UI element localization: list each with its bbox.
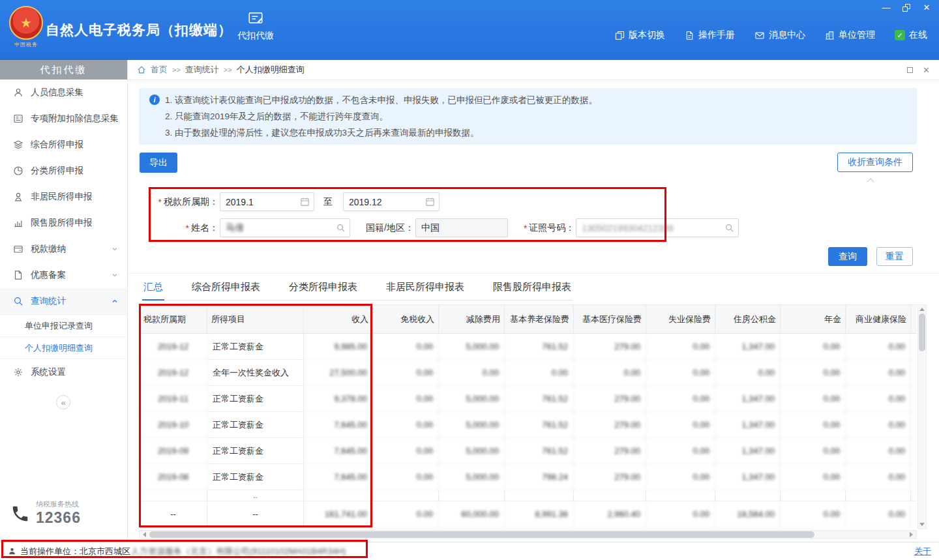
table-cell: 正常工资薪金 [207,386,304,412]
id-label: 证照号码： [524,222,574,234]
table-cell: 1,347.00 [715,412,781,438]
table-total-row[interactable]: ----161,741.000.0060,000.008,991.362,960… [140,501,917,527]
table-cell: -- [207,501,304,527]
horizontal-scrollbar[interactable] [139,530,917,539]
table-cell: 0.00 [911,501,917,527]
table-cell: 0.00 [373,334,439,360]
table-cell: 正常工资薪金 [207,412,304,438]
tab-classified-income[interactable]: 分类所得申报表 [288,281,359,300]
table-cell [846,490,911,501]
table-ellipsis-row[interactable]: .. [140,490,917,501]
export-button[interactable]: 导出 [140,153,177,173]
table-cell: 0.00 [781,334,846,360]
table-row-5[interactable]: 2019-08正常工资薪金7,645.000.005,000.00798.242… [140,464,917,490]
table-cell: 7,645.00 [304,464,373,490]
search-icon[interactable] [724,223,734,233]
sidebar-item-classified-income[interactable]: 分类所得申报 [0,158,127,184]
scroll-right-arrow-icon[interactable] [910,532,913,537]
scroll-left-arrow-icon[interactable] [143,532,146,537]
panel-close-icon[interactable]: ✕ [923,65,930,75]
region-input[interactable]: 中国 [415,218,508,237]
breadcrumb-current: 个人扣缴明细查询 [237,64,305,76]
collapse-filters-button[interactable]: 收折查询条件 [837,153,913,172]
about-link[interactable]: 关于 [914,546,931,557]
table-row-1[interactable]: 2019-12全年一次性奖金收入27,500.000.000.000.000.0… [140,360,917,386]
version-switch-icon [615,31,625,40]
sidebar-item-personal-withholding-query[interactable]: 个人扣缴明细查询 [0,336,127,359]
online-status-icon [895,30,905,40]
tab-nonresident-income[interactable]: 非居民所得申报表 [385,281,466,300]
sidebar-item-query-statistics[interactable]: 查询统计 [0,288,127,314]
calendar-icon[interactable] [300,197,310,207]
sidebar-item-comprehensive-income[interactable]: 综合所得申报 [0,132,127,158]
sidebar-item-tax-payment[interactable]: 税款缴纳 [0,236,127,262]
table-row-3[interactable]: 2019-10正常工资薪金7,645.000.005,000.00761.522… [140,412,917,438]
module-tab-label: 代扣代缴 [230,30,282,42]
column-header-5: 基本养老保险费 [505,305,574,334]
sidebar-item-special-deduction[interactable]: 专项附加扣除信息采集 [0,106,127,132]
info-icon [149,95,160,105]
chevron-down-icon [112,272,118,278]
minimize-button[interactable]: — [882,3,891,12]
vertical-scrollbar[interactable] [917,304,927,529]
table-row-2[interactable]: 2019-11正常工资薪金9,378.000.005,000.00761.522… [140,386,917,412]
home-icon[interactable] [137,65,146,74]
id-number-input[interactable]: 130502199304212339 [576,218,739,237]
table-row-0[interactable]: 2019-12正常工资薪金9,985.000.005,000.00761.522… [140,334,917,360]
table-cell: 279.00 [574,412,646,438]
close-button[interactable]: ✕ [922,3,931,12]
sidebar-item-nonresident-income[interactable]: 非居民所得申报 [0,184,127,210]
breadcrumb: 首页 >> 查询统计 >> 个人扣缴明细查询 ✕ [128,60,939,80]
unit-management-icon [825,31,835,40]
scroll-up-arrow-icon[interactable] [919,308,925,311]
tab-restricted-shares[interactable]: 限售股所得申报表 [492,281,573,300]
query-button[interactable]: 查询 [828,247,867,266]
link-unit-management[interactable]: 单位管理 [825,29,875,41]
tab-summary[interactable]: 汇总 [142,281,164,301]
label-text: 税款所属期： [164,196,218,208]
sidebar-item-restricted-shares[interactable]: 限售股所得申报 [0,210,127,236]
link-message-center[interactable]: 消息中心 [754,29,805,41]
module-tab-withholding[interactable]: 代扣代缴 [230,10,282,42]
sidebar-item-unit-report-query[interactable]: 单位申报记录查询 [0,314,127,336]
reset-button[interactable]: 重置 [876,247,913,266]
breadcrumb-separator: >> [172,66,181,74]
column-header-9: 年金 [781,305,846,334]
table-cell: 2019-08 [140,464,207,490]
hotline-phone-icon [10,504,30,523]
scroll-down-arrow-icon[interactable] [919,523,925,526]
period-to-input[interactable]: 2019.12 [343,192,440,211]
panel-maximize-icon[interactable] [907,67,913,73]
divider [128,273,939,274]
name-input[interactable]: 马倩 [220,218,350,237]
link-manual[interactable]: 操作手册 [685,29,735,41]
period-from-input[interactable]: 2019.1 [220,192,314,211]
table-row-4[interactable]: 2019-09正常工资薪金7,645.000.005,000.00761.522… [140,438,917,464]
topbar-links: 版本切换 操作手册 消息中心 单位管理 在线 [615,29,927,41]
table-cell: 2019-10 [140,412,207,438]
link-version-switch[interactable]: 版本切换 [615,29,665,41]
sidebar-collapse-button[interactable]: « [56,395,70,409]
sidebar-item-preferential-filing[interactable]: 优惠备案 [0,262,127,288]
search-icon[interactable] [336,223,346,233]
link-online-status[interactable]: 在线 [895,29,927,41]
menu-label: 系统设置 [31,366,118,378]
to-label: 至 [323,196,333,208]
tab-comprehensive-income[interactable]: 综合所得申报表 [190,281,261,300]
breadcrumb-home[interactable]: 首页 [151,64,168,76]
vertical-scroll-thumb[interactable] [919,314,925,351]
horizontal-scroll-thumb[interactable] [149,531,814,538]
calendar-icon[interactable] [425,197,435,207]
table-cell: 0.00 [846,360,911,386]
notice-panel: 1. 该查询统计表仅能查询已申报成功的数据，不包含未申报、申报失败，已申报但已作… [139,88,917,145]
sidebar-item-system-settings[interactable]: 系统设置 [0,359,127,385]
restore-button[interactable] [902,4,910,12]
gear-icon [13,366,24,377]
period-from-value: 2019.1 [226,197,254,207]
table-cell: 0.00 [846,386,911,412]
column-header-8: 住房公积金 [715,305,781,334]
results-table: 税款所属期所得项目收入免税收入减除费用基本养老保险费基本医疗保险费失业保险费住房… [139,304,917,527]
sidebar-item-personnel-info[interactable]: 人员信息采集 [0,80,127,106]
breadcrumb-query-statistics[interactable]: 查询统计 [185,64,219,76]
table-cell [505,490,574,501]
